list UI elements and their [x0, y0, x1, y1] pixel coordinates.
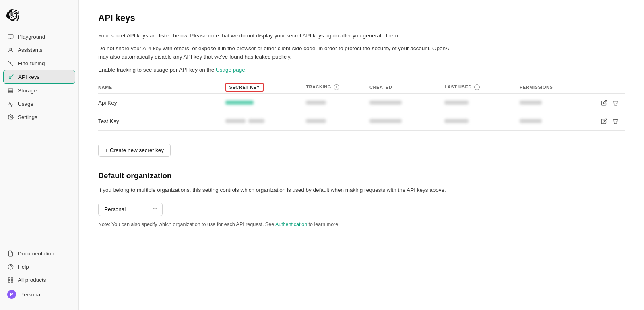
authentication-link[interactable]: Authentication — [275, 222, 307, 227]
sidebar-item-playground[interactable]: Playground — [3, 30, 75, 43]
sidebar-item-api-keys-label: API keys — [18, 74, 39, 80]
row1-name: Api Key — [98, 94, 225, 112]
table-row: Api Key — [98, 94, 625, 112]
sidebar-item-fine-tuning-label: Fine-tuning — [18, 60, 45, 66]
description-2: Do not share your API key with others, o… — [98, 44, 460, 62]
row2-created-value — [369, 119, 402, 123]
row2-secret — [225, 112, 306, 131]
tracking-info-icon: i — [334, 84, 339, 90]
default-org-title: Default organization — [98, 171, 625, 180]
sidebar-item-storage[interactable]: Storage — [3, 84, 75, 97]
row1-permissions-value — [520, 101, 542, 105]
row2-action-buttons — [589, 117, 620, 125]
col-header-tracking: TRACKING i — [306, 80, 369, 94]
openai-logo-icon — [6, 9, 19, 22]
sidebar-item-settings[interactable]: Settings — [3, 111, 75, 123]
sidebar-item-personal-label: Personal — [20, 292, 41, 298]
sidebar-item-storage-label: Storage — [18, 88, 37, 94]
svg-rect-4 — [8, 90, 12, 91]
note-prefix: Note: You can also specify which organiz… — [98, 222, 275, 227]
row2-actions — [589, 112, 625, 131]
row1-lastused — [444, 94, 519, 112]
svg-rect-5 — [8, 92, 12, 93]
row2-secret-value-2 — [248, 119, 264, 123]
col-header-last-used: LAST USED i — [444, 80, 519, 94]
svg-rect-9 — [8, 277, 10, 279]
org-select[interactable]: Personal — [98, 203, 163, 216]
svg-point-1 — [10, 48, 12, 50]
row2-lastused — [444, 112, 519, 131]
sidebar-item-documentation[interactable]: Documentation — [3, 247, 75, 260]
row2-name: Test Key — [98, 112, 225, 131]
col-header-name: NAME — [98, 80, 225, 94]
description-3-prefix: Enable tracking to see usage per API key… — [98, 67, 216, 73]
user-avatar: P — [7, 290, 16, 299]
row1-delete-button[interactable] — [611, 99, 620, 107]
sidebar-item-personal[interactable]: P Personal — [3, 287, 75, 302]
row1-created-value — [369, 101, 402, 105]
trash-icon — [613, 118, 619, 124]
description-3: Enable tracking to see usage per API key… — [98, 66, 460, 74]
row2-edit-button[interactable] — [600, 117, 608, 125]
sidebar-item-assistants[interactable]: Assistants — [3, 43, 75, 56]
sidebar-item-usage[interactable]: Usage — [3, 97, 75, 110]
main-content: API keys Your secret API keys are listed… — [79, 0, 644, 310]
assistants-icon — [7, 47, 14, 53]
sidebar-item-help[interactable]: Help — [3, 260, 75, 273]
svg-rect-12 — [11, 280, 12, 282]
table-row: Test Key — [98, 112, 625, 131]
edit-icon — [601, 118, 607, 124]
svg-rect-10 — [11, 277, 12, 279]
row2-permissions-value — [520, 119, 542, 123]
svg-rect-11 — [8, 280, 10, 282]
auth-note: Note: You can also specify which organiz… — [98, 222, 460, 227]
svg-point-6 — [10, 116, 11, 118]
help-icon — [7, 263, 14, 270]
create-secret-key-button[interactable]: + Create new secret key — [98, 144, 171, 157]
sidebar-item-usage-label: Usage — [18, 101, 33, 107]
default-org-description: If you belong to multiple organizations,… — [98, 186, 469, 195]
svg-rect-3 — [8, 89, 12, 90]
sidebar-item-help-label: Help — [18, 264, 29, 270]
row1-tracking-value — [306, 101, 326, 105]
row1-action-buttons — [589, 99, 620, 107]
org-select-wrapper: Personal — [98, 203, 163, 216]
description-3-suffix: . — [245, 67, 247, 73]
row2-delete-button[interactable] — [611, 117, 620, 125]
trash-icon — [613, 100, 619, 106]
edit-icon — [601, 100, 607, 106]
row1-permissions — [520, 94, 589, 112]
row1-actions — [589, 94, 625, 112]
doc-icon — [7, 250, 14, 257]
logo — [0, 5, 78, 30]
sidebar-item-all-products[interactable]: All products — [3, 273, 75, 286]
row2-permissions — [520, 112, 589, 131]
sidebar-item-assistants-label: Assistants — [18, 47, 43, 53]
row1-tracking — [306, 94, 369, 112]
col-header-created: CREATED — [369, 80, 444, 94]
row1-lastused-value — [444, 101, 469, 105]
svg-point-2 — [9, 76, 11, 78]
sidebar-item-api-keys[interactable]: API keys — [3, 70, 75, 84]
grid-icon — [7, 277, 14, 283]
key-icon — [8, 74, 14, 80]
sidebar: Playground Assistants Fine-tuning API ke… — [0, 0, 79, 310]
row1-created — [369, 94, 444, 112]
note-suffix: to learn more. — [307, 222, 340, 227]
description-1: Your secret API keys are listed below. P… — [98, 31, 460, 40]
row1-edit-button[interactable] — [600, 99, 608, 107]
sidebar-bottom: Documentation Help All products P Person… — [0, 244, 78, 305]
row2-created — [369, 112, 444, 131]
sidebar-item-fine-tuning[interactable]: Fine-tuning — [3, 57, 75, 70]
row2-lastused-value — [444, 119, 469, 123]
row2-secret-value-1 — [225, 119, 246, 123]
row2-tracking — [306, 112, 369, 131]
finetune-icon — [7, 60, 14, 66]
sidebar-nav: Playground Assistants Fine-tuning API ke… — [0, 30, 78, 244]
monitor-icon — [7, 33, 14, 40]
row2-tracking-value — [306, 119, 326, 123]
sidebar-item-all-products-label: All products — [18, 277, 46, 283]
row1-secret-value — [225, 101, 254, 105]
usage-page-link[interactable]: Usage page — [216, 67, 245, 73]
col-header-secret-key: SECRET KEY — [225, 80, 306, 94]
